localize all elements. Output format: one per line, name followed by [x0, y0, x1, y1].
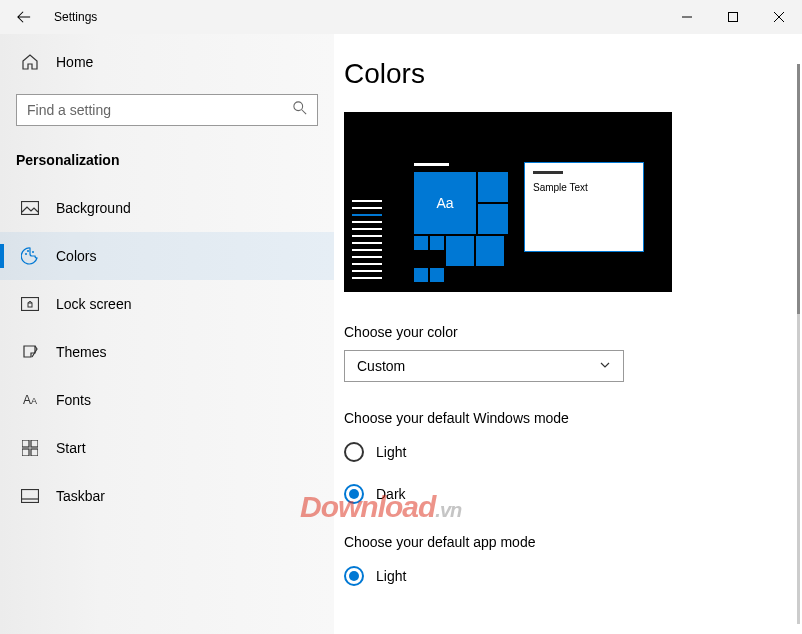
chevron-down-icon — [599, 357, 611, 375]
home-label: Home — [56, 54, 93, 70]
sidebar-item-start[interactable]: Start — [0, 424, 334, 472]
windows-mode-dark-option[interactable]: Dark — [344, 478, 790, 510]
fonts-icon: AA — [20, 390, 40, 410]
color-mode-dropdown[interactable]: Custom — [344, 350, 624, 382]
choose-color-label: Choose your color — [344, 324, 790, 340]
search-input[interactable] — [27, 102, 293, 118]
window-controls — [664, 0, 802, 34]
svg-rect-1 — [729, 13, 738, 22]
start-icon — [20, 438, 40, 458]
lock-screen-icon — [20, 294, 40, 314]
color-preview: Aa — [344, 112, 672, 292]
sidebar-item-label: Taskbar — [56, 488, 105, 504]
maximize-icon — [728, 12, 738, 22]
radio-label: Light — [376, 568, 406, 584]
themes-icon — [20, 342, 40, 362]
svg-rect-16 — [22, 490, 39, 503]
back-button[interactable] — [0, 0, 48, 34]
sidebar-item-themes[interactable]: Themes — [0, 328, 334, 376]
maximize-button[interactable] — [710, 0, 756, 34]
app-mode-light-option[interactable]: Light — [344, 560, 790, 592]
preview-tile-aa: Aa — [414, 172, 476, 234]
search-icon — [293, 101, 307, 119]
scrollbar[interactable] — [797, 64, 800, 624]
svg-rect-11 — [28, 303, 32, 307]
radio-icon — [344, 484, 364, 504]
sidebar-item-fonts[interactable]: AA Fonts — [0, 376, 334, 424]
svg-point-7 — [25, 253, 27, 255]
close-button[interactable] — [756, 0, 802, 34]
taskbar-icon — [20, 486, 40, 506]
svg-rect-15 — [31, 449, 38, 456]
svg-rect-10 — [22, 298, 39, 311]
svg-line-5 — [302, 110, 306, 114]
sidebar: Home Personalization Background — [0, 34, 334, 634]
svg-rect-12 — [22, 440, 29, 447]
search-box[interactable] — [16, 94, 318, 126]
windows-mode-label: Choose your default Windows mode — [344, 410, 790, 426]
arrow-left-icon — [17, 10, 31, 24]
nav-list: Background Colors Lock screen Themes — [0, 184, 334, 520]
category-label: Personalization — [0, 134, 334, 176]
sidebar-item-colors[interactable]: Colors — [0, 232, 334, 280]
svg-point-4 — [294, 102, 303, 111]
preview-window: Sample Text — [524, 162, 644, 252]
home-nav[interactable]: Home — [0, 42, 334, 82]
svg-point-8 — [27, 250, 29, 252]
minimize-button[interactable] — [664, 0, 710, 34]
svg-point-9 — [32, 251, 34, 253]
title-bar: Settings — [0, 0, 802, 34]
sidebar-item-label: Start — [56, 440, 86, 456]
sidebar-item-lock-screen[interactable]: Lock screen — [0, 280, 334, 328]
home-icon — [20, 52, 40, 72]
windows-mode-radio-group: Light Dark — [344, 436, 790, 510]
sidebar-item-label: Background — [56, 200, 131, 216]
close-icon — [774, 12, 784, 22]
sidebar-item-background[interactable]: Background — [0, 184, 334, 232]
radio-icon — [344, 442, 364, 462]
preview-sample-text: Sample Text — [533, 182, 635, 193]
picture-icon — [20, 198, 40, 218]
content-area: Colors Aa — [334, 34, 802, 634]
preview-start-tiles: Aa — [414, 163, 504, 284]
radio-label: Light — [376, 444, 406, 460]
windows-mode-light-option[interactable]: Light — [344, 436, 790, 468]
minimize-icon — [682, 12, 692, 22]
app-mode-label: Choose your default app mode — [344, 534, 790, 550]
sidebar-item-label: Themes — [56, 344, 107, 360]
radio-icon — [344, 566, 364, 586]
sidebar-item-label: Lock screen — [56, 296, 131, 312]
svg-rect-13 — [31, 440, 38, 447]
radio-label: Dark — [376, 486, 406, 502]
preview-menu-lines — [352, 200, 382, 284]
dropdown-value: Custom — [357, 358, 405, 374]
sidebar-item-taskbar[interactable]: Taskbar — [0, 472, 334, 520]
app-mode-radio-group: Light — [344, 560, 790, 592]
svg-rect-6 — [22, 202, 39, 215]
sidebar-item-label: Colors — [56, 248, 96, 264]
page-title: Colors — [344, 58, 790, 90]
palette-icon — [20, 246, 40, 266]
window-title: Settings — [54, 10, 97, 24]
svg-rect-14 — [22, 449, 29, 456]
sidebar-item-label: Fonts — [56, 392, 91, 408]
